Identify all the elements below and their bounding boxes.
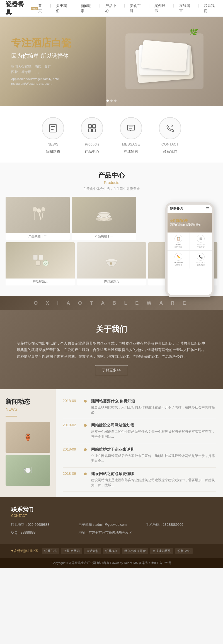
product-img-9: ✿ (6, 242, 75, 279)
hero-subtitle: 因为你简单 所以选择你 (11, 52, 212, 60)
phone-contact-icon[interactable]: 📞 CONTACT联系我们 (190, 251, 212, 268)
product-label-8: 产品展题八 (77, 279, 146, 285)
contact-section: 联系我们 CONTACT 联系电话：020-66689888电子邮箱：admin… (0, 497, 223, 544)
phone-mockup-area: 瓷器餐具 ☰ 专注酒店白瓷因为你简单 所以选择你 📋 NEWS新闻动态 ⊞ (162, 197, 217, 303)
phone-contact-label: CONTACT联系我们 (196, 262, 205, 266)
about-section: 关于我们 萌芽时期在公司出现以前，个人独资企业是最典型的企业形式；与独资企业并存… (0, 310, 223, 389)
message-icon (126, 123, 136, 133)
link-item-0[interactable]: 织梦主机 (42, 548, 59, 554)
news-title-zh: 新闻动态 (6, 398, 50, 406)
product-img-12 (6, 197, 70, 233)
feature-products[interactable]: Products 产品中心 (81, 117, 103, 154)
nav-cases[interactable]: 案例展示 (154, 3, 168, 13)
products-content: 产品展题十二 产品展题十一 (0, 197, 223, 288)
link-item-5[interactable]: 企业建站系统 (150, 548, 173, 554)
news-content-1: 网站建设公司网站策划需 建立一个端正自己的企业网站做些什么？每一个程序员省省省省… (91, 423, 216, 439)
svg-rect-4 (88, 125, 91, 128)
phone-contact-circle: 📞 (197, 253, 205, 261)
news-dot-2 (84, 448, 87, 451)
nav-message[interactable]: 在线留言 (179, 3, 193, 13)
nav-about[interactable]: 关于我们 (56, 3, 70, 13)
news-item-desc-2: 企业在网站建设完成后给大家带来了宣传，旗舰科技成建设设计网站是第一步，是需要向企… (91, 453, 216, 463)
news-content-2: 网站维护对于企业来说具 企业在网站建设完成后给大家带来了宣传，旗舰科技成建设设计… (91, 447, 216, 463)
svg-rect-12 (34, 212, 35, 220)
link-item-6[interactable]: 织梦CMS (175, 548, 193, 554)
feature-message[interactable]: MESSAGE 在线留言 (120, 117, 142, 154)
about-more-button[interactable]: 了解更多>> (95, 365, 128, 375)
copyright: Copyright © 瓷器餐具生产厂公司 版权所有 Power by Dede… (0, 558, 223, 568)
phone-outer: 瓷器餐具 ☰ 专注酒店白瓷因为你简单 所以选择你 📋 NEWS新闻动态 ⊞ (165, 202, 214, 297)
contact-icon (165, 123, 175, 133)
feature-products-icon-circle (81, 117, 103, 139)
product-img-8: ❀ (77, 242, 146, 279)
product-card-12[interactable]: 产品展题十二 (6, 197, 70, 240)
nav-news[interactable]: 新闻动态 (81, 3, 94, 13)
header: 瓷器餐具 NEW 首页 | 关于我们 | 新闻动态 | 产品中心 | 美食百科 … (0, 0, 223, 17)
phone-screen-header: 瓷器餐具 ☰ (168, 205, 212, 213)
feature-news[interactable]: NEWS 新闻动态 (42, 117, 64, 154)
product-img-11 (72, 197, 136, 233)
products-subtitle: 在美食中体会生活，在生活中寻觅美食 (0, 187, 223, 191)
news-item-2[interactable]: 2018-09 网站维护对于企业来说具 企业在网站建设完成后给大家带来了宣传，旗… (63, 443, 216, 468)
phone-products-icon[interactable]: ⊞ Products产品中心 (190, 233, 212, 250)
news-item-3[interactable]: 2018-09 建设网站之前必须要懂哪 建设网站为主是建设和落实专业的建筑公司建… (63, 468, 216, 492)
svg-rect-5 (93, 125, 96, 128)
news-title-en: NEWS (6, 407, 50, 411)
hero-dots (106, 100, 117, 102)
bowl-illustration: ❀ (102, 251, 121, 270)
phone-screen: 瓷器餐具 ☰ 专注酒店白瓷因为你简单 所以选择你 📋 NEWS新闻动态 ⊞ (168, 205, 212, 295)
news-content-0: 建网站需要什么 你需知道 融合互联网的时代，人们互相的工作和生活都是不开不了网站… (91, 399, 216, 415)
news-right: 2018-09 建网站需要什么 你需知道 融合互联网的时代，人们互相的工作和生活… (56, 389, 223, 497)
main-nav: 首页 | 关于我们 | 新闻动态 | 产品中心 | 美食百科 | 案例展示 | … (38, 3, 217, 13)
link-item-2[interactable]: 建站素材 (84, 548, 101, 554)
news-left: 新闻动态 NEWS 🏺 🍽️ (0, 389, 56, 497)
news-item-0[interactable]: 2018-09 建网站需要什么 你需知道 融合互联网的时代，人们互相的工作和生活… (63, 395, 216, 419)
product-card-11[interactable]: 产品展题十一 (72, 197, 136, 240)
contact-info-item-2: 手机号码：13988889999 (146, 522, 212, 528)
phone-news-circle: 📋 (174, 235, 182, 243)
news-dot-3 (84, 473, 87, 475)
news-item-desc-0: 融合互联网的时代，人们互相的工作和生活都是不开不了网站，在网络社会中网站是必..… (91, 405, 216, 415)
svg-rect-21 (39, 255, 43, 260)
phone-news-icon[interactable]: 📋 NEWS新闻动态 (168, 233, 190, 250)
logo[interactable]: 瓷器餐具 NEW (6, 0, 38, 17)
news-image-2: 🍽️ (6, 455, 50, 486)
svg-point-11 (33, 207, 37, 212)
products-title-zh: 产品中心 (0, 171, 223, 180)
phone-products-label: Products产品中心 (197, 243, 205, 248)
product-card-9[interactable]: ✿ 产品展题九 (6, 242, 75, 285)
links-section: ♥ 友情链接/LINKS 织梦主机企业De网站建站素材织梦模板微信小程序开发企业… (0, 544, 223, 558)
news-list: 2018-09 建网站需要什么 你需知道 融合互联网的时代，人们互相的工作和生活… (63, 395, 216, 492)
product-card-8[interactable]: ❀ 产品展题八 (77, 242, 146, 285)
link-item-1[interactable]: 企业De网站 (61, 548, 82, 554)
phone-menu-icon[interactable]: ☰ (206, 207, 210, 211)
links-title: ♥ 友情链接/LINKS (11, 549, 38, 553)
news-dot-0 (84, 400, 87, 403)
hero-banner: 专注酒店白瓷 因为你简单 所以选择你 适用大众家庭、酒店、餐厅 西餐、等专用。。… (0, 17, 223, 106)
svg-rect-20 (33, 255, 38, 260)
spoons-illustration (26, 204, 49, 226)
news-item-1[interactable]: 2018-02 网站建设公司网站策划需 建立一个端正自己的企业网站做些什么？每一… (63, 419, 216, 443)
news-date-0: 2018-09 (63, 399, 79, 415)
phone-message-icon[interactable]: ✏️ MESSAGE在线留言 (168, 251, 190, 268)
nav-contact[interactable]: 联系我们 (204, 3, 217, 13)
news-item-title-0: 建网站需要什么 你需知道 (91, 399, 216, 404)
news-icon (48, 123, 58, 133)
nav-food[interactable]: 美食百科 (130, 3, 144, 13)
products-section: 产品中心 Products 在美食中体会生活，在生活中寻觅美食 (0, 163, 223, 296)
hero-dot-2[interactable] (110, 100, 113, 102)
link-item-3[interactable]: 织梦模板 (103, 548, 120, 554)
hero-title: 专注酒店白瓷 (11, 36, 212, 50)
nav-home[interactable]: 首页 (38, 3, 45, 13)
feature-products-en: Products (85, 142, 99, 146)
link-item-4[interactable]: 微信小程序开发 (122, 548, 148, 554)
svg-rect-14 (38, 212, 42, 220)
contact-info-item-4: 地址：广东省广州市番禺地块开发区 (79, 530, 144, 536)
hero-dot-3[interactable] (114, 100, 117, 102)
feature-contact[interactable]: CONTACT 联系我们 (159, 117, 181, 154)
bowls-illustration (93, 204, 115, 226)
hero-dot-1[interactable] (106, 100, 109, 102)
nav-products[interactable]: 产品中心 (105, 3, 119, 13)
svg-rect-7 (93, 129, 96, 132)
products-icon (87, 123, 97, 133)
